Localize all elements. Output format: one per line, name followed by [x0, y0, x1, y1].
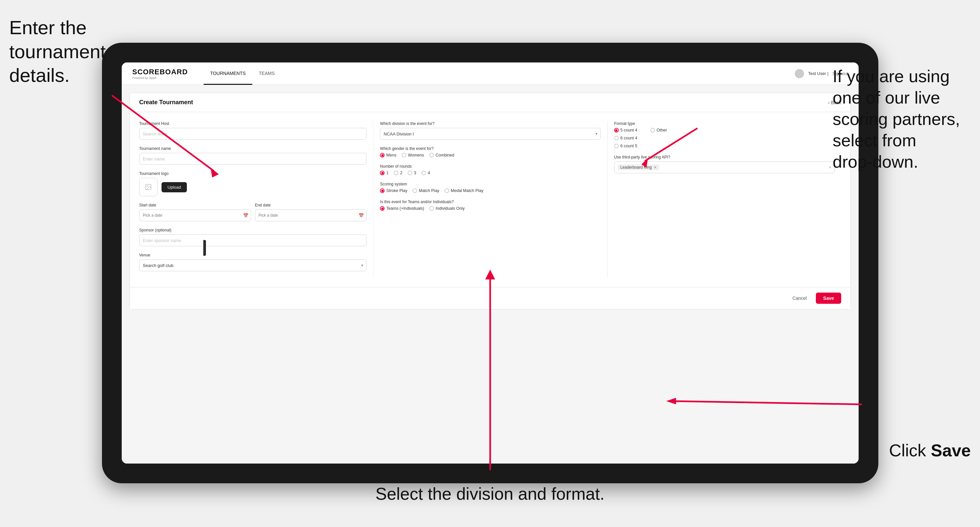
venue-group: Venue Search golf club: [139, 253, 366, 271]
gender-combined-radio[interactable]: [429, 153, 434, 157]
live-scoring-select[interactable]: Leaderboard King ✕ ▾: [614, 162, 835, 173]
event-type-label: Is this event for Teams and/or Individua…: [380, 200, 600, 204]
format-6count5[interactable]: 6 count 5: [614, 144, 637, 148]
venue-select-wrapper: Search golf club: [139, 259, 366, 271]
tablet-frame: SCOREBOARD Powered by clippit TOURNAMENT…: [102, 43, 878, 483]
scoring-group: Scoring system Stroke Play Match Play: [380, 182, 600, 193]
scoring-stroke[interactable]: Stroke Play: [380, 188, 407, 193]
main-content: Create Tournament Back Tournament Host T…: [122, 85, 859, 464]
annotation-bottom-right: Click Save: [889, 440, 971, 461]
rounds-4-radio[interactable]: [422, 171, 426, 175]
rounds-2[interactable]: 2: [394, 171, 402, 175]
format-6count4-radio[interactable]: [614, 136, 619, 140]
start-date-wrap: 📅: [139, 210, 251, 221]
scoring-match-label: Match Play: [419, 188, 439, 193]
event-teams-label: Teams (+Individuals): [386, 206, 424, 211]
calendar-icon-end: 📅: [359, 213, 364, 218]
format-type-options: 5 count 4 6 count 4 6 count 5: [614, 128, 835, 148]
venue-select[interactable]: Search golf club: [139, 259, 366, 271]
format-5count4-radio[interactable]: [614, 128, 619, 132]
rounds-1-radio[interactable]: [380, 171, 385, 175]
division-select[interactable]: NCAA Division I: [380, 128, 600, 140]
event-type-group: Is this event for Teams and/or Individua…: [380, 200, 600, 211]
tournament-name-input[interactable]: [139, 153, 366, 165]
gender-mens[interactable]: Mens: [380, 153, 396, 157]
event-teams-radio[interactable]: [380, 206, 385, 211]
cancel-button[interactable]: Cancel: [787, 293, 812, 303]
rounds-3[interactable]: 3: [407, 171, 416, 175]
logo-upload-area: Upload: [139, 178, 366, 196]
upload-button[interactable]: Upload: [162, 182, 187, 192]
annotation-bottom-center: Select the division and format.: [375, 483, 605, 505]
nav-item-tournaments[interactable]: TOURNAMENTS: [204, 62, 252, 85]
form-body: Tournament Host Tournament name Tourname…: [130, 112, 850, 287]
gender-mens-label: Mens: [386, 153, 396, 157]
rounds-radio-group: 1 2 3: [380, 171, 600, 175]
end-date-label: End date: [255, 203, 367, 208]
tournament-name-label: Tournament name: [139, 146, 366, 151]
start-date-group: Start date 📅: [139, 203, 251, 221]
tournament-host-group: Tournament Host: [139, 121, 366, 140]
save-button[interactable]: Save: [816, 293, 841, 304]
live-scoring-group: Use third-party live scoring API? Leader…: [614, 155, 835, 173]
rounds-3-radio[interactable]: [407, 171, 412, 175]
tournament-logo-label: Tournament logo: [139, 171, 366, 176]
live-scoring-chevron: ▾: [829, 165, 831, 170]
live-scoring-label: Use third-party live scoring API?: [614, 155, 835, 159]
end-date-input[interactable]: [255, 210, 367, 221]
venue-label: Venue: [139, 253, 366, 257]
gender-mens-radio[interactable]: [380, 153, 385, 157]
live-scoring-clear[interactable]: ✕: [654, 165, 657, 170]
format-other-radio[interactable]: [651, 128, 655, 132]
sponsor-group: Sponsor (optional): [139, 228, 366, 246]
logo-text: SCOREBOARD: [132, 68, 188, 76]
start-date-input[interactable]: [139, 210, 251, 221]
form-footer: Cancel Save: [130, 287, 850, 309]
rounds-1[interactable]: 1: [380, 171, 388, 175]
format-other-label: Other: [657, 128, 667, 132]
event-individuals[interactable]: Individuals Only: [429, 206, 465, 211]
tournament-host-input[interactable]: [139, 128, 366, 140]
rounds-group: Number of rounds 1 2: [380, 164, 600, 175]
date-row: Start date 📅 End date 📅: [139, 203, 366, 221]
event-individuals-label: Individuals Only: [436, 206, 465, 211]
gender-group: Which gender is the event for? Mens Wome…: [380, 146, 600, 157]
scoring-match-radio[interactable]: [412, 188, 417, 193]
format-5count4[interactable]: 5 count 4: [614, 128, 637, 132]
format-options-col2: Other: [651, 128, 667, 148]
form-col-middle: Which division is the event for? NCAA Di…: [373, 121, 607, 278]
rounds-1-label: 1: [386, 171, 388, 175]
scoring-match[interactable]: Match Play: [412, 188, 439, 193]
scoring-medal-match-radio[interactable]: [444, 188, 449, 193]
navbar: SCOREBOARD Powered by clippit TOURNAMENT…: [122, 62, 859, 85]
event-individuals-radio[interactable]: [429, 206, 434, 211]
rounds-2-radio[interactable]: [394, 171, 398, 175]
rounds-4[interactable]: 4: [422, 171, 430, 175]
annotation-top-left: Enter thetournamentdetails.: [9, 16, 106, 87]
rounds-label: Number of rounds: [380, 164, 600, 169]
division-label: Which division is the event for?: [380, 121, 600, 126]
logo-sub: Powered by clippit: [132, 76, 188, 79]
gender-combined[interactable]: Combined: [429, 153, 454, 157]
scoring-label: Scoring system: [380, 182, 600, 186]
form-header: Create Tournament Back: [130, 93, 850, 112]
event-teams[interactable]: Teams (+Individuals): [380, 206, 424, 211]
nav-item-teams[interactable]: TEAMS: [252, 62, 281, 85]
end-date-wrap: 📅: [255, 210, 367, 221]
format-6count5-radio[interactable]: [614, 144, 619, 148]
tournament-name-group: Tournament name: [139, 146, 366, 165]
format-type-group: Format type 5 count 4 6 count: [614, 121, 835, 148]
format-6count4[interactable]: 6 count 4: [614, 136, 637, 140]
gender-womens-radio[interactable]: [402, 153, 406, 157]
navbar-logo: SCOREBOARD Powered by clippit: [132, 68, 188, 79]
scoring-medal-match[interactable]: Medal Match Play: [444, 188, 483, 193]
sponsor-input[interactable]: [139, 234, 366, 246]
live-scoring-value: Leaderboard King: [620, 165, 652, 170]
format-5count4-label: 5 count 4: [620, 128, 637, 132]
rounds-2-label: 2: [400, 171, 402, 175]
scoring-stroke-radio[interactable]: [380, 188, 385, 193]
form-col-right: Format type 5 count 4 6 count: [607, 121, 841, 278]
format-other[interactable]: Other: [651, 128, 667, 132]
tournament-logo-group: Tournament logo Upload: [139, 171, 366, 196]
gender-womens[interactable]: Womens: [402, 153, 424, 157]
